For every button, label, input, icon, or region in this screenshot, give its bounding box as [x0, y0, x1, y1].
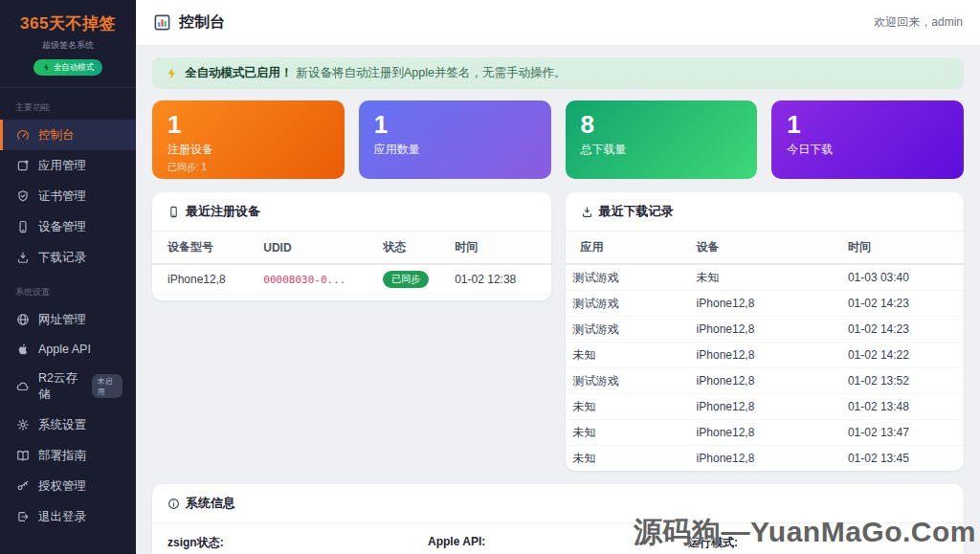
sidebar-item-label: 应用管理	[38, 158, 86, 174]
welcome-text: 欢迎回来，admin	[874, 14, 963, 31]
dl-time: 01-03 03:40	[840, 264, 964, 291]
gear-icon	[16, 418, 30, 432]
lightning-icon	[166, 67, 178, 79]
app-root: 365天不掉签 超级签名系统 全自动模式 主要功能 控制台 应用管	[0, 0, 980, 554]
device-udid[interactable]: 00008030-0...	[263, 274, 345, 286]
sys-item-apple-api: Apple API: 已配置	[428, 535, 688, 554]
sidebar-item-download-records[interactable]: 下载记录	[0, 242, 136, 273]
panels-row: 最近注册设备 设备型号 UDID 状态 时间	[152, 192, 964, 471]
dl-app: 未知	[566, 446, 689, 472]
sidebar-item-deploy-guide[interactable]: 部署指南	[0, 440, 136, 471]
alert-body: 新设备将自动注册到Apple并签名，无需手动操作。	[297, 66, 567, 79]
dl-time: 01-02 13:45	[840, 446, 964, 472]
nav-section-main: 主要功能	[0, 88, 136, 120]
table-header-row: 应用 设备 时间	[566, 232, 965, 264]
sidebar-item-certificates[interactable]: 证书管理	[0, 181, 136, 211]
dl-device: iPhone12,8	[689, 291, 840, 317]
logo-subtitle: 超级签名系统	[6, 39, 130, 52]
table-row: iPhone12,8 00008030-0... 已同步 01-02 12:38	[152, 264, 551, 295]
recent-downloads-table: 应用 设备 时间 测试游戏未知01-03 03:40 测试游戏iPhone12,…	[566, 232, 965, 471]
nav-section-settings: 系统设置	[0, 273, 136, 304]
sidebar-item-devices[interactable]: 设备管理	[0, 211, 136, 242]
dl-time: 01-02 13:52	[840, 368, 964, 394]
col-time: 时间	[447, 232, 550, 264]
stat-cards: 1 注册设备 已同步: 1 1 应用数量 8 总下载量 1 今日下载	[152, 100, 964, 179]
dl-time: 01-02 14:23	[840, 291, 964, 317]
stat-label: 今日下载	[787, 142, 948, 158]
page-title: 控制台	[179, 12, 225, 33]
recent-downloads-header: 最近下载记录	[566, 192, 965, 232]
stat-card-total-downloads: 8 总下载量	[566, 100, 758, 179]
sys-item-run-mode: 运行模式: 全自动	[688, 535, 948, 554]
sidebar-item-label: 网址管理	[38, 312, 86, 328]
download-icon	[581, 206, 593, 218]
sidebar-item-apple-api[interactable]: Apple API	[0, 335, 136, 363]
sidebar-item-urls[interactable]: 网址管理	[0, 304, 136, 335]
app-icon	[16, 159, 30, 172]
sidebar-item-dashboard[interactable]: 控制台	[0, 120, 136, 150]
recent-devices-panel: 最近注册设备 设备型号 UDID 状态 时间	[152, 192, 551, 300]
dl-device: iPhone12,8	[689, 420, 840, 446]
panel-title: 最近下载记录	[599, 203, 674, 220]
gauge-icon	[16, 128, 30, 142]
dl-app: 测试游戏	[566, 368, 689, 394]
settings-nav: 网址管理 Apple API R2云存储 未启用 系统设置	[0, 304, 136, 532]
sidebar-item-apps[interactable]: 应用管理	[0, 150, 136, 181]
dl-device: iPhone12,8	[689, 343, 840, 368]
stat-value: 8	[581, 111, 743, 140]
stat-label: 应用数量	[374, 142, 536, 158]
dl-device: 未知	[689, 264, 840, 291]
sidebar-item-label: Apple API	[38, 343, 91, 356]
dl-app: 测试游戏	[566, 291, 689, 317]
stat-sub-label: 已同步: 1	[167, 161, 329, 174]
dl-time: 01-02 14:22	[840, 343, 964, 368]
col-status: 状态	[375, 232, 447, 264]
table-row: 测试游戏iPhone12,801-02 14:23	[566, 291, 965, 317]
sidebar-item-label: 部署指南	[38, 448, 86, 464]
sidebar-item-label: 下载记录	[38, 250, 86, 266]
sidebar-item-logout[interactable]: 退出登录	[0, 501, 136, 532]
sidebar-item-license[interactable]: 授权管理	[0, 471, 136, 501]
topbar: 控制台 欢迎回来，admin	[136, 0, 980, 46]
recent-devices-header: 最近注册设备	[152, 192, 551, 232]
sidebar-item-label: 控制台	[38, 127, 75, 144]
table-header-row: 设备型号 UDID 状态 时间	[152, 232, 551, 264]
phone-icon	[167, 206, 180, 218]
stat-card-today-downloads: 1 今日下载	[771, 100, 964, 179]
dl-time: 01-02 14:23	[840, 317, 964, 343]
stat-value: 1	[167, 111, 329, 140]
globe-icon	[16, 313, 30, 326]
system-info-body: zsign状态: 已安装 Apple API: 已配置 运行模式: 全自动	[152, 523, 964, 554]
sys-label: zsign状态:	[167, 535, 428, 551]
sys-label: 运行模式:	[688, 535, 948, 551]
sys-label: Apple API:	[428, 535, 688, 548]
sidebar: 365天不掉签 超级签名系统 全自动模式 主要功能 控制台 应用管	[0, 0, 136, 554]
table-row: 测试游戏未知01-03 03:40	[566, 264, 965, 291]
sidebar-item-system-settings[interactable]: 系统设置	[0, 410, 136, 440]
recent-downloads-panel: 最近下载记录 应用 设备 时间 测试游戏未知01-03 03:40	[566, 192, 965, 471]
dl-app: 测试游戏	[566, 264, 689, 291]
status-badge: 已同步	[383, 271, 429, 288]
table-row: 测试游戏iPhone12,801-02 13:52	[566, 368, 965, 394]
system-info-header: 系统信息	[152, 484, 964, 523]
book-icon	[16, 449, 30, 462]
auto-mode-badge: 全自动模式	[33, 59, 103, 76]
sidebar-item-label: R2云存储	[38, 370, 81, 403]
system-info-panel: 系统信息 zsign状态: 已安装 Apple API: 已配置 运行模式: 全…	[152, 484, 964, 554]
table-row: 未知iPhone12,801-02 13:45	[566, 446, 965, 472]
sidebar-item-label: 设备管理	[38, 219, 86, 235]
alert-text: 全自动模式已启用！新设备将自动注册到Apple并签名，无需手动操作。	[185, 65, 566, 81]
table-row: 测试游戏iPhone12,801-02 14:23	[566, 317, 965, 343]
sidebar-item-r2-storage[interactable]: R2云存储 未启用	[0, 363, 136, 410]
panel-title: 系统信息	[186, 495, 235, 512]
lightning-icon	[42, 63, 51, 72]
sys-item-zsign: zsign状态: 已安装	[167, 535, 428, 554]
dl-app: 未知	[566, 420, 689, 446]
device-time: 01-02 12:38	[447, 264, 550, 295]
cloud-icon	[16, 380, 30, 393]
table-row: 未知iPhone12,801-02 13:48	[566, 394, 965, 420]
auto-mode-badge-label: 全自动模式	[54, 62, 95, 74]
sidebar-item-label: 授权管理	[38, 478, 86, 495]
sidebar-item-label: 系统设置	[38, 417, 86, 433]
main-column: 控制台 欢迎回来，admin 全自动模式已启用！新设备将自动注册到Apple并签…	[136, 0, 980, 554]
